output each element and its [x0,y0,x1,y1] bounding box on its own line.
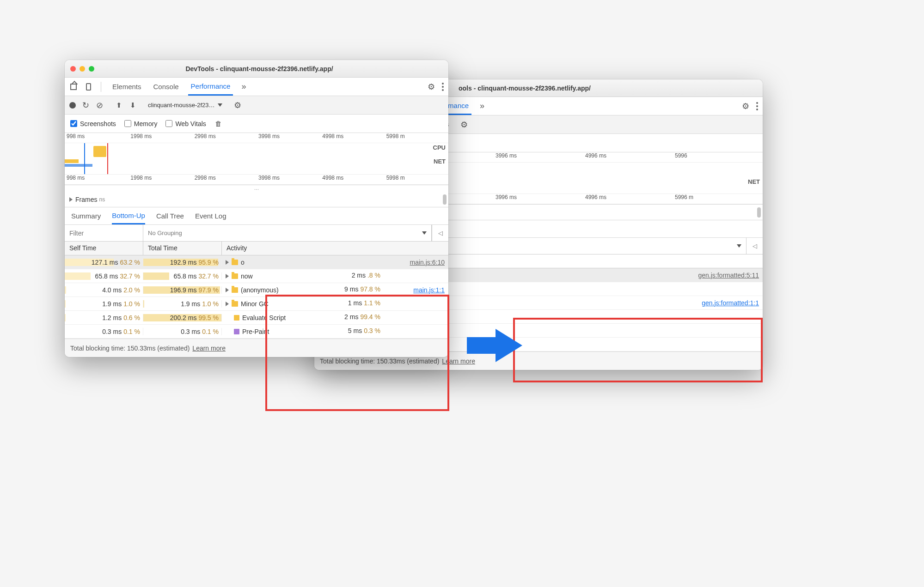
column-headers: Self Time Total Time Activity [65,242,448,255]
gear-icon[interactable] [741,102,750,110]
activity-label: o [241,259,245,266]
activity-label: now [241,272,253,280]
folder-icon [232,273,238,279]
footer: Total blocking time: 150.33ms (estimated… [65,339,448,357]
reload-icon[interactable] [81,101,90,109]
tab-performance[interactable]: Performance [188,78,233,96]
activity-label: Minor GC [241,300,269,308]
grouping-select[interactable]: No Grouping [143,225,432,241]
expand-panel-icon[interactable]: ◁ [746,238,763,254]
memory-checkbox[interactable]: Memory [124,120,158,127]
chevron-down-icon [218,103,222,107]
more-tabs-icon[interactable] [478,102,486,110]
chevron-right-icon[interactable] [226,274,229,278]
devtools-window-front: DevTools - clinquant-mousse-2f2396.netli… [65,60,448,357]
script-icon [234,315,239,321]
folder-icon [232,260,238,265]
table-row[interactable]: 127.1 ms63.2 % 192.9 ms95.9 % o main.js:… [65,255,448,269]
table-row[interactable]: 1.2 ms0.6 % 200.2 ms99.5 % Evaluate Scri… [65,311,448,325]
table-row[interactable]: 65.8 ms32.7 % 65.8 ms32.7 % now [65,269,448,283]
filter-row: No Grouping ◁ [65,225,448,242]
header-activity[interactable]: Activity [222,242,448,255]
chevron-down-icon [422,231,427,235]
titlebar[interactable]: DevTools - clinquant-mousse-2f2396.netli… [65,60,448,78]
filter-input[interactable] [65,225,143,241]
clear-icon[interactable] [95,101,104,109]
scrollbar-thumb[interactable] [757,207,761,218]
kebab-icon[interactable] [756,102,758,110]
header-totaltime[interactable]: Total Time [143,242,222,255]
folder-icon [232,301,238,307]
inspect-icon[interactable] [69,83,78,91]
upload-icon[interactable] [115,101,123,109]
ruler-top: 998 ms 1998 ms 2998 ms 3998 ms 4998 ms 5… [65,133,448,143]
main-toolbar: Elements Console Performance [65,78,448,96]
subtab-summary[interactable]: Summary [71,207,101,224]
options-row: Screenshots Memory Web Vitals [65,115,448,133]
subtab-eventlog[interactable]: Event Log [195,207,226,224]
subtab-bottomup[interactable]: Bottom-Up [112,207,145,224]
source-link[interactable]: main.js:6:10 [410,259,445,266]
record-icon[interactable] [69,102,76,109]
gear-icon[interactable] [427,83,435,91]
webvitals-checkbox[interactable]: Web Vitals [165,120,206,127]
window-title: DevTools - clinquant-mousse-2f2396.netli… [104,65,443,73]
scrollbar-thumb[interactable] [443,194,447,205]
table-row[interactable]: 0.3 ms0.1 % 0.3 ms0.1 % Pre-Paint [65,325,448,339]
folder-icon [232,287,238,293]
table-row[interactable]: 1.9 ms1.0 % 1.9 ms1.0 % Minor GC [65,297,448,311]
screenshots-checkbox[interactable]: Screenshots [70,120,116,127]
target-select[interactable]: clinquant-mousse-2f23… [148,102,222,109]
source-link[interactable]: gen.js:formatted:5:11 [698,272,759,279]
trash-icon[interactable] [214,120,223,128]
activity-label: Pre-Paint [242,328,269,335]
detail-subtabs: Summary Bottom-Up Call Tree Event Log [65,207,448,225]
expand-panel-icon[interactable]: ◁ [432,225,448,241]
tab-console[interactable]: Console [151,78,182,96]
timeline-overview[interactable]: 998 ms 1998 ms 2998 ms 3998 ms 4998 ms 5… [65,133,448,185]
paint-icon [234,329,239,334]
more-tabs-icon[interactable] [239,83,248,91]
frames-row[interactable]: Frames ns [65,192,448,207]
maximize-icon[interactable] [89,66,94,72]
detail-rows: 127.1 ms63.2 % 192.9 ms95.9 % o main.js:… [65,255,448,339]
activity-label: Evaluate Script [242,314,286,321]
subtab-calltree[interactable]: Call Tree [156,207,184,224]
table-row[interactable]: 4.0 ms2.0 % 196.9 ms97.9 % (anonymous) m… [65,283,448,297]
arrow-icon [496,329,522,362]
perf-toolbar: clinquant-mousse-2f23… [65,96,448,115]
gear-icon[interactable] [233,101,242,109]
device-toggle-icon[interactable] [84,83,92,91]
ruler-bottom: 998 ms 1998 ms 2998 ms 3998 ms 4998 ms 5… [65,175,448,185]
download-icon[interactable] [129,101,137,109]
close-icon[interactable] [70,66,76,72]
source-link[interactable]: main.js:1:1 [413,286,445,294]
gear-icon[interactable] [460,121,468,129]
chevron-right-icon[interactable] [226,288,229,292]
minimize-icon[interactable] [80,66,85,72]
ellipsis: … [65,185,448,192]
activity-label: (anonymous) [241,286,279,294]
tab-elements[interactable]: Elements [110,78,144,96]
chevron-right-icon[interactable] [226,260,229,265]
source-link[interactable]: gen.js:formatted:1:1 [702,299,759,307]
traffic-lights[interactable] [70,66,94,72]
header-selftime[interactable]: Self Time [65,242,143,255]
learn-more-link[interactable]: Learn more [192,345,226,352]
kebab-icon[interactable] [442,83,444,91]
learn-more-link[interactable]: Learn more [442,357,475,365]
chevron-right-icon [69,197,73,202]
chevron-down-icon [737,244,741,248]
chevron-right-icon[interactable] [226,302,229,306]
